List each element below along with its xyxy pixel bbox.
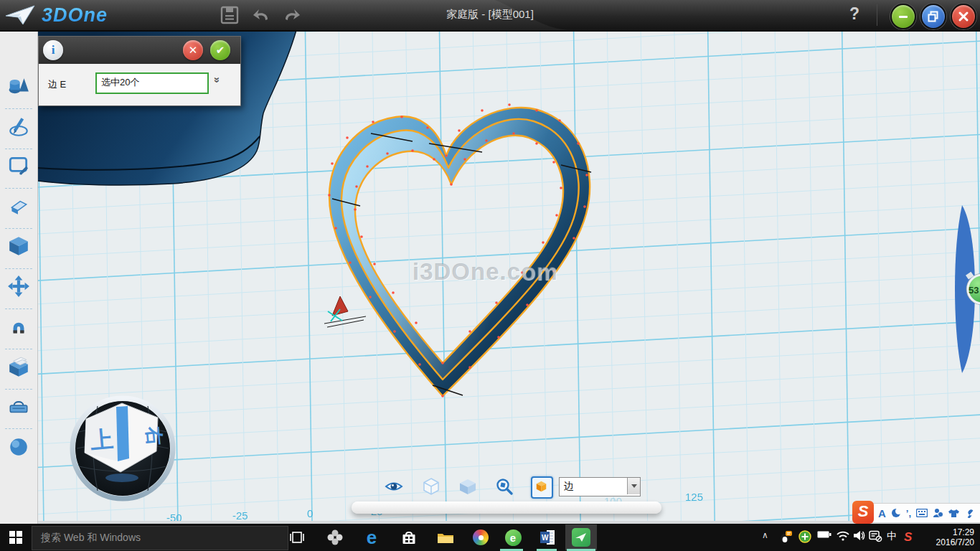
tray-sogou-icon[interactable]: S bbox=[904, 530, 912, 545]
search-placeholder: 搜索 Web 和 Windows bbox=[41, 532, 141, 545]
orange-cube-icon bbox=[532, 478, 550, 496]
edge-selection-input[interactable]: 选中20个 bbox=[95, 72, 209, 94]
edge-e-glyph: e bbox=[367, 527, 377, 549]
move-manipulator[interactable] bbox=[324, 296, 366, 327]
wireframe-mode-icon[interactable] bbox=[422, 477, 440, 496]
start-button[interactable] bbox=[0, 524, 32, 551]
wrench-settings-icon[interactable] bbox=[964, 508, 974, 518]
watermark: i3DOne.com bbox=[413, 258, 585, 286]
sidebar-tool-combine[interactable] bbox=[7, 355, 30, 378]
axis-tick-125: 125 bbox=[685, 491, 703, 503]
sogou-ime-toolbar[interactable]: A ’, bbox=[863, 503, 980, 523]
combine-icon bbox=[7, 355, 30, 378]
help-button[interactable]: ? bbox=[849, 4, 859, 24]
sidebar-tool-primitives[interactable] bbox=[7, 75, 30, 98]
sketch-edit-icon bbox=[7, 154, 30, 177]
keyboard-icon[interactable] bbox=[916, 509, 928, 517]
sidebar-tool-sketch[interactable] bbox=[7, 115, 30, 138]
tray-360-safe-icon[interactable] bbox=[798, 530, 811, 543]
undo-icon[interactable] bbox=[252, 5, 272, 25]
sidebar-tool-material[interactable] bbox=[7, 435, 30, 458]
task-view-icon bbox=[289, 532, 305, 543]
sidebar-separator bbox=[5, 268, 32, 269]
app-name: 3DOne bbox=[42, 4, 108, 27]
tray-notification-icon[interactable] bbox=[869, 530, 883, 542]
save-icon[interactable] bbox=[220, 5, 240, 25]
moon-icon[interactable] bbox=[891, 508, 901, 518]
ime-letter-a-icon[interactable]: A bbox=[878, 507, 886, 519]
view-cube-left-face-label[interactable]: 上 bbox=[90, 426, 115, 454]
tray-expand-chevron[interactable]: ∧ bbox=[762, 530, 768, 540]
taskbar-clock[interactable]: 17:29 2016/7/20 bbox=[930, 527, 974, 547]
restore-button[interactable] bbox=[920, 4, 946, 29]
skin-tshirt-icon[interactable] bbox=[948, 509, 959, 518]
heart-model[interactable] bbox=[328, 103, 591, 397]
close-button[interactable] bbox=[951, 4, 976, 29]
dialog-header[interactable]: i ✕ ✔ bbox=[39, 37, 240, 64]
axis-tick--25: -25 bbox=[232, 509, 248, 522]
measure-icon bbox=[7, 395, 30, 418]
tray-volume-icon[interactable] bbox=[853, 530, 866, 541]
sidebar-tool-feature[interactable] bbox=[7, 235, 30, 258]
app-icon-compress[interactable] bbox=[325, 528, 345, 547]
info-icon: i bbox=[43, 40, 63, 60]
pick-filter-dropdown[interactable]: 边 bbox=[559, 477, 641, 496]
user-badge-icon[interactable] bbox=[933, 508, 943, 518]
confirm-button[interactable]: ✔ bbox=[210, 40, 230, 60]
sidebar-tool-move[interactable] bbox=[7, 275, 30, 298]
word-icon: W bbox=[539, 529, 556, 546]
minimize-button[interactable] bbox=[890, 4, 916, 29]
side-panel-handle[interactable]: 53 bbox=[955, 205, 980, 373]
chevron-down-icon[interactable] bbox=[627, 478, 640, 494]
shaded-mode-icon[interactable] bbox=[458, 477, 477, 496]
eraser-icon bbox=[7, 194, 30, 217]
window-title: 家庭版 - [模型001] bbox=[446, 8, 534, 22]
app-icon-store[interactable] bbox=[399, 528, 419, 547]
magnet-icon bbox=[7, 315, 30, 338]
task-view-button[interactable] bbox=[287, 528, 307, 547]
app-icon-360-browser[interactable] bbox=[471, 528, 491, 547]
axis-tick-0: 0 bbox=[307, 507, 313, 519]
redo-icon[interactable] bbox=[281, 5, 301, 25]
view-cube-right-face-label[interactable]: 右 bbox=[143, 425, 166, 446]
view-cube-front-edge[interactable] bbox=[116, 406, 129, 461]
app-icon-explorer[interactable] bbox=[435, 528, 456, 547]
display-filter-button[interactable] bbox=[531, 476, 553, 499]
sidebar-tool-measure[interactable] bbox=[7, 395, 30, 418]
store-bag-icon bbox=[401, 529, 417, 545]
sidebar-tool-eraser[interactable] bbox=[7, 194, 30, 217]
windows-logo-icon bbox=[9, 531, 22, 544]
punctuation-icon[interactable]: ’, bbox=[906, 508, 911, 519]
sidebar-tool-magnet[interactable] bbox=[7, 315, 30, 338]
app-icon-green-browser[interactable]: e bbox=[503, 528, 523, 547]
green-e-icon: e bbox=[505, 529, 522, 546]
cancel-button[interactable]: ✕ bbox=[183, 40, 203, 60]
plane-tile-icon bbox=[572, 528, 590, 547]
zoom-magnifier-icon[interactable] bbox=[495, 477, 514, 496]
clock-date: 2016/7/20 bbox=[930, 537, 974, 547]
sidebar-tool-sketch-edit[interactable] bbox=[7, 154, 30, 177]
flower-icon bbox=[327, 529, 343, 545]
sidebar-separator bbox=[5, 389, 32, 390]
app-logo: 3DOne bbox=[4, 3, 155, 27]
view-cube[interactable]: 上 右 bbox=[69, 392, 176, 508]
app-icon-edge[interactable]: e bbox=[362, 528, 382, 547]
tray-qq-icon[interactable] bbox=[779, 530, 792, 543]
tray-wifi-icon[interactable] bbox=[836, 530, 850, 541]
tray-battery-icon[interactable] bbox=[817, 530, 831, 539]
visibility-eye-icon[interactable] bbox=[385, 477, 403, 496]
view-cube-reflection bbox=[105, 474, 138, 482]
sidebar-separator bbox=[5, 228, 32, 229]
close-icon bbox=[958, 11, 969, 22]
expand-chevron-icon[interactable]: » bbox=[212, 77, 224, 83]
edge-field-label: 边 E bbox=[48, 78, 66, 91]
app-icon-word[interactable]: W bbox=[537, 528, 557, 547]
sidebar-separator bbox=[5, 108, 32, 109]
search-input[interactable]: 搜索 Web 和 Windows bbox=[32, 526, 288, 550]
material-icon bbox=[7, 435, 30, 458]
tool-sidebar bbox=[0, 30, 38, 524]
sogou-logo[interactable]: S bbox=[852, 501, 874, 524]
timer-badge-value: 53 bbox=[969, 285, 979, 296]
app-icon-3done[interactable] bbox=[571, 528, 591, 547]
tray-ime-indicator[interactable]: 中 bbox=[887, 530, 897, 543]
